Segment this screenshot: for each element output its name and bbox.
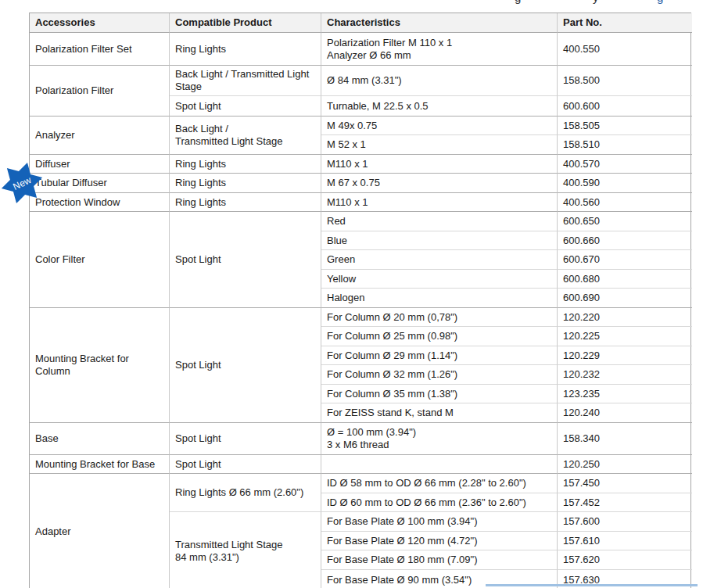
- characteristics-cell: [321, 455, 558, 474]
- accessories-table: Accessories Compatible Product Character…: [29, 13, 691, 588]
- table-row: Base Spot Light Ø = 100 mm (3.94") 3 x M…: [30, 423, 692, 455]
- product-cell: Spot Light: [170, 308, 321, 423]
- characteristics-line: 3 x M6 thread: [327, 439, 551, 451]
- characteristics-cell: For Base Plate Ø 180 mm (7.09"): [321, 550, 558, 570]
- characteristics-cell: M 67 x 0.75: [321, 174, 558, 193]
- characteristics-cell: Yellow: [321, 270, 558, 289]
- new-badge: New: [1, 160, 45, 206]
- characteristics-cell: For Column Ø 35 mm (1.38"): [321, 385, 558, 403]
- product-cell: Ring Lights: [170, 174, 321, 193]
- product-line: 84 mm (3.31"): [175, 551, 315, 564]
- clipped-text-fragment: g: [515, 0, 521, 4]
- part-no-cell: 120.225: [558, 327, 692, 346]
- product-cell: Spot Light: [170, 455, 321, 474]
- characteristics-cell: For Column Ø 32 mm (1.26"): [321, 365, 558, 385]
- characteristics-cell: M110 x 1: [321, 155, 558, 174]
- accessory-cell: Analyzer: [30, 117, 170, 155]
- part-no-cell: 400.590: [558, 174, 692, 193]
- product-cell: Ring Lights Ø 66 mm (2.60"): [170, 474, 321, 512]
- part-no-cell: 158.500: [558, 66, 692, 96]
- product-cell: Ring Lights: [170, 33, 321, 66]
- table-row: Adapter Ring Lights Ø 66 mm (2.60") ID Ø…: [30, 474, 692, 493]
- product-cell: Back Light / Transmitted Light Stage: [170, 117, 321, 155]
- characteristics-cell: M 49x 0.75: [321, 117, 558, 135]
- part-no-cell: 120.232: [558, 365, 692, 385]
- table-row: Polarization Filter Back Light / Transmi…: [30, 66, 692, 96]
- clipped-text-fragment: g: [657, 0, 663, 4]
- part-no-cell: 123.235: [558, 385, 692, 403]
- part-no-cell: 120.240: [558, 403, 692, 423]
- characteristics-cell: For Base Plate Ø 100 mm (3.94"): [321, 512, 558, 532]
- product-line: Transmitted Light Stage: [175, 135, 315, 148]
- part-no-cell: 600.660: [558, 231, 692, 250]
- characteristics-line: Ø = 100 mm (3.94"): [327, 426, 551, 439]
- characteristics-cell: ID Ø 58 mm to OD Ø 66 mm (2.28" to 2.60"…: [321, 474, 558, 493]
- part-no-cell: 157.450: [558, 474, 692, 493]
- part-no-cell: 600.650: [558, 212, 692, 231]
- accessory-cell: Protection Window: [30, 193, 170, 212]
- table-row: Mounting Bracket for Base Spot Light 120…: [30, 455, 692, 474]
- part-no-cell: 157.620: [558, 550, 692, 570]
- accessory-cell: Mounting Bracket for Column: [30, 308, 170, 423]
- characteristics-cell: Green: [321, 250, 558, 270]
- characteristics-cell: Blue: [321, 231, 558, 250]
- product-cell: Transmitted Light Stage 84 mm (3.31"): [170, 512, 321, 588]
- table-row: Tubular Diffuser Ring Lights M 67 x 0.75…: [30, 174, 692, 193]
- characteristics-line: Analyzer Ø 66 mm: [327, 49, 551, 62]
- part-no-cell: 157.600: [558, 512, 692, 532]
- table-row: Diffuser Ring Lights M110 x 1 400.570: [30, 155, 692, 174]
- part-no-cell: 158.510: [558, 135, 692, 155]
- product-line: Back Light /: [175, 123, 315, 135]
- accessory-cell: Adapter: [30, 474, 170, 588]
- star-icon: New: [1, 160, 45, 206]
- table-row: Polarization Filter Set Ring Lights Pola…: [30, 33, 692, 66]
- table-row: Mounting Bracket for Column Spot Light F…: [30, 308, 692, 327]
- table-header-row: Accessories Compatible Product Character…: [30, 13, 692, 33]
- product-line: Transmitted Light Stage: [175, 539, 315, 551]
- characteristics-cell: Turnable, M 22.5 x 0.5: [321, 96, 558, 117]
- characteristics-cell: For Column Ø 25 mm (0.98"): [321, 327, 558, 346]
- part-no-cell: 400.570: [558, 155, 692, 174]
- part-no-cell: 600.680: [558, 270, 692, 289]
- part-no-cell: 400.560: [558, 193, 692, 212]
- accessory-cell: Tubular Diffuser: [30, 174, 170, 193]
- accessory-cell: Polarization Filter: [30, 66, 170, 117]
- accessory-cell: Base: [30, 423, 170, 455]
- col-header-accessories: Accessories: [30, 13, 170, 33]
- table-row: Analyzer Back Light / Transmitted Light …: [30, 117, 692, 135]
- part-no-cell: 600.600: [558, 96, 692, 117]
- part-no-cell: 158.505: [558, 117, 692, 135]
- characteristics-cell: For Base Plate Ø 120 mm (4.72"): [321, 532, 558, 550]
- part-no-cell: 400.550: [558, 33, 692, 66]
- characteristics-cell: M110 x 1: [321, 193, 558, 212]
- product-cell: Ring Lights: [170, 193, 321, 212]
- clipped-text-row: g y g: [0, 0, 703, 5]
- characteristics-cell: For ZEISS stand K, stand M: [321, 403, 558, 423]
- col-header-part-no: Part No.: [558, 13, 692, 33]
- part-no-cell: 120.229: [558, 346, 692, 365]
- accessory-cell: Diffuser: [30, 155, 170, 174]
- characteristics-cell: Polarization Filter M 110 x 1 Analyzer Ø…: [321, 33, 558, 66]
- accessory-cell: Color Filter: [30, 212, 170, 308]
- table-row: Protection Window Ring Lights M110 x 1 4…: [30, 193, 692, 212]
- table-row: Color Filter Spot Light Red 600.650: [30, 212, 692, 231]
- clipped-text-fragment: y: [593, 0, 599, 4]
- product-cell: Ring Lights: [170, 155, 321, 174]
- product-cell: Spot Light: [170, 212, 321, 308]
- characteristics-line: Polarization Filter M 110 x 1: [327, 37, 551, 49]
- characteristics-cell: Ø 84 mm (3.31"): [321, 66, 558, 96]
- part-no-cell: 158.340: [558, 423, 692, 455]
- characteristics-cell: Halogen: [321, 289, 558, 308]
- characteristics-cell: Red: [321, 212, 558, 231]
- characteristics-cell: Ø = 100 mm (3.94") 3 x M6 thread: [321, 423, 558, 455]
- characteristics-cell: ID Ø 60 mm to OD Ø 66 mm (2.36" to 2.60"…: [321, 493, 558, 512]
- characteristics-cell: For Column Ø 20 mm (0,78"): [321, 308, 558, 327]
- characteristics-cell: For Column Ø 29 mm (1.14"): [321, 346, 558, 365]
- part-no-cell: 600.690: [558, 289, 692, 308]
- part-no-cell: 120.250: [558, 455, 692, 474]
- col-header-characteristics: Characteristics: [321, 13, 558, 33]
- accessory-cell: Polarization Filter Set: [30, 33, 170, 66]
- col-header-compatible-product: Compatible Product: [170, 13, 321, 33]
- part-no-cell: 157.610: [558, 532, 692, 550]
- bottom-divider: [486, 584, 698, 586]
